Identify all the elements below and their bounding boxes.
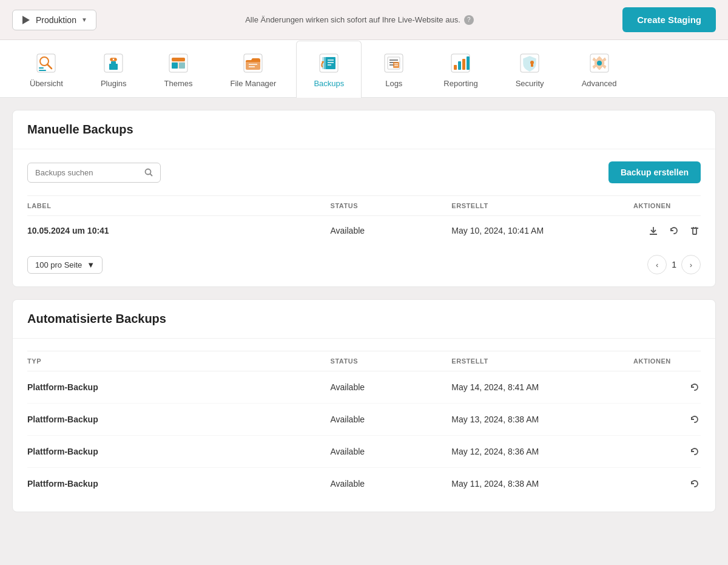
nav-tabs: Übersicht Plugins Themes	[0, 40, 728, 98]
auto-backup-created: May 13, 2024, 8:38 AM	[451, 404, 633, 436]
auto-backup-status: Available	[331, 371, 452, 404]
page-number: 1	[672, 260, 676, 269]
search-icon	[144, 168, 153, 177]
auto-restore-button[interactable]	[689, 445, 701, 458]
col-header-label: LABEL	[27, 196, 331, 216]
topbar-message: Alle Änderungen wirken sich sofort auf I…	[245, 15, 474, 25]
pagination-controls: ‹ 1 ›	[647, 255, 701, 274]
top-bar: Produktion ▼ Alle Änderungen wirken sich…	[0, 0, 728, 40]
backup-actions	[633, 216, 701, 246]
per-page-chevron: ▼	[87, 260, 95, 269]
play-icon	[21, 15, 31, 25]
env-selector[interactable]: Produktion ▼	[12, 10, 96, 30]
svg-point-47	[146, 169, 151, 175]
table-row: 10.05.2024 um 10:41 Available May 10, 20…	[27, 216, 701, 246]
auto-restore-button[interactable]	[689, 478, 701, 490]
svg-marker-0	[22, 16, 30, 24]
col-header-aktionen: AKTIONEN	[633, 196, 701, 216]
backup-erstellen-button[interactable]: Backup erstellen	[608, 161, 701, 183]
svg-rect-39	[458, 61, 461, 70]
col-header-erstellt: ERSTELLT	[451, 196, 633, 216]
svg-rect-1	[37, 54, 55, 72]
per-page-select[interactable]: 100 pro Seite ▼	[27, 256, 103, 274]
auto-backup-typ: Plattform-Backup	[27, 371, 331, 404]
auto-restore-button[interactable]	[689, 413, 701, 425]
svg-rect-8	[111, 61, 116, 65]
backup-label: 10.05.2024 um 10:41	[27, 216, 331, 246]
auto-backup-actions	[633, 468, 701, 500]
tab-reporting[interactable]: Reporting	[426, 41, 495, 98]
auto-restore-button[interactable]	[689, 381, 701, 393]
manual-backups-card: Manuelle Backups Backup erstellen	[12, 110, 716, 287]
col-header-status: STATUS	[331, 196, 452, 216]
tab-themes[interactable]: Themes	[147, 41, 211, 98]
search-input[interactable]	[35, 168, 140, 177]
auto-backup-actions	[633, 371, 701, 404]
restore-button[interactable]	[668, 225, 680, 237]
table-row: Plattform-Backup Available May 14, 2024,…	[27, 371, 701, 404]
chevron-down-icon: ▼	[81, 16, 87, 23]
manual-backups-title: Manuelle Backups	[13, 110, 715, 149]
tab-ubersicht-label: Übersicht	[30, 79, 63, 88]
auto-backup-typ: Plattform-Backup	[27, 436, 331, 468]
auto-backup-created: May 14, 2024, 8:41 AM	[451, 371, 633, 404]
ubersicht-icon	[34, 51, 58, 75]
auto-backup-status: Available	[331, 436, 452, 468]
tab-advanced-label: Advanced	[582, 79, 617, 88]
auto-backup-status: Available	[331, 404, 452, 436]
backups-icon	[317, 51, 341, 75]
svg-rect-40	[462, 59, 465, 70]
automated-backups-table: TYP STATUS ERSTELLT AKTIONEN Plattform-B…	[27, 351, 701, 499]
tab-backups[interactable]: Backups	[296, 41, 362, 98]
logs-icon	[382, 51, 406, 75]
create-staging-button[interactable]: Create Staging	[622, 7, 716, 32]
svg-rect-14	[172, 58, 185, 61]
download-button[interactable]	[647, 225, 659, 237]
prev-page-button[interactable]: ‹	[647, 255, 667, 274]
tab-file-manager[interactable]: File Manager	[213, 41, 294, 98]
auto-backup-created: May 12, 2024, 8:36 AM	[451, 436, 633, 468]
tab-plugins-label: Plugins	[101, 79, 127, 88]
themes-icon	[166, 51, 190, 75]
table-row: Plattform-Backup Available May 12, 2024,…	[27, 436, 701, 468]
tab-plugins[interactable]: Plugins	[83, 41, 144, 98]
auto-col-header-erstellt: ERSTELLT	[451, 351, 633, 371]
auto-backup-actions	[633, 436, 701, 468]
file-manager-icon	[241, 51, 265, 75]
tab-reporting-label: Reporting	[443, 79, 477, 88]
auto-backup-actions	[633, 404, 701, 436]
info-icon[interactable]: ?	[464, 15, 474, 25]
svg-rect-24	[326, 57, 335, 69]
delete-button[interactable]	[689, 225, 701, 237]
table-row: Plattform-Backup Available May 13, 2024,…	[27, 404, 701, 436]
tab-advanced[interactable]: Advanced	[564, 41, 635, 98]
backup-created: May 10, 2024, 10:41 AM	[451, 216, 633, 246]
tab-logs[interactable]: Logs	[364, 41, 423, 98]
per-page-label: 100 pro Seite	[35, 260, 82, 269]
svg-rect-41	[467, 56, 470, 70]
reporting-icon	[448, 51, 473, 75]
next-page-button[interactable]: ›	[681, 255, 701, 274]
tab-themes-label: Themes	[164, 79, 193, 88]
auto-backup-typ: Plattform-Backup	[27, 468, 331, 500]
svg-rect-15	[172, 63, 178, 69]
tab-security[interactable]: Security	[498, 41, 562, 98]
automated-backups-body: TYP STATUS ERSTELLT AKTIONEN Plattform-B…	[13, 339, 715, 512]
automated-backups-title: Automatisierte Backups	[13, 300, 715, 339]
manual-backups-table: LABEL STATUS ERSTELLT AKTIONEN 10.05.202…	[27, 195, 701, 245]
search-box[interactable]	[27, 163, 161, 183]
svg-point-46	[597, 61, 602, 66]
svg-rect-44	[531, 64, 533, 67]
tab-ubersicht[interactable]: Übersicht	[12, 41, 81, 98]
svg-rect-38	[454, 65, 457, 70]
svg-line-48	[150, 174, 153, 177]
tab-file-manager-label: File Manager	[231, 79, 277, 88]
auto-backup-status: Available	[331, 468, 452, 500]
security-icon	[517, 51, 542, 75]
backup-status: Available	[331, 216, 452, 246]
automated-backups-card: Automatisierte Backups TYP STATUS ERSTEL…	[12, 299, 716, 512]
table-row: Plattform-Backup Available May 11, 2024,…	[27, 468, 701, 500]
advanced-icon	[587, 51, 612, 75]
plugins-icon	[101, 51, 126, 75]
auto-col-header-typ: TYP	[27, 351, 331, 371]
